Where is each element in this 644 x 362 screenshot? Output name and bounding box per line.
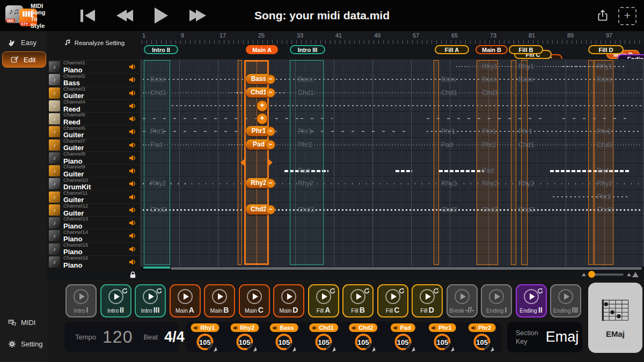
speaker-icon[interactable] (128, 102, 136, 110)
timeline-section-fill-b[interactable]: Fill B (509, 45, 543, 54)
timeline-section-main-a[interactable]: Main A (246, 45, 278, 54)
beat-value[interactable]: 4/4 (164, 329, 185, 345)
section-button-fill-c[interactable]: FillC (377, 284, 408, 317)
speaker-icon[interactable] (128, 89, 136, 97)
channel-row-channel8[interactable]: ♪ Channel8 Piano (47, 151, 141, 164)
track-mute-pill-rhy2[interactable]: Rhy2 (230, 323, 259, 332)
scrollbar-thumb[interactable] (171, 267, 642, 270)
channel-row-channel3[interactable]: ♪ Channel3 Guiter (47, 86, 141, 99)
section-button-intro-ii[interactable]: IntroII (100, 284, 131, 317)
accent-region[interactable] (594, 60, 613, 265)
zoom-slider-knob[interactable] (588, 271, 595, 278)
speaker-icon[interactable] (128, 193, 136, 201)
remove-part-icon[interactable]: − (266, 75, 275, 84)
volume-knob-rhy2[interactable]: 105 (236, 334, 253, 350)
channel-row-channel12[interactable]: ♪ Channel12 Guiter (47, 203, 141, 216)
channel-row-channel10[interactable]: ♪ Channel10 DrumKit (47, 177, 141, 190)
accent-region[interactable] (511, 60, 516, 265)
part-pill-phr1[interactable]: Phr1 − (246, 126, 272, 136)
track-mute-pill-chd1[interactable]: Chd1 (309, 323, 338, 332)
speaker-icon[interactable] (128, 219, 136, 227)
zoom-in-icon[interactable] (632, 272, 639, 277)
channel-row-channel1[interactable]: ♪ Channel1 Piano (47, 60, 141, 73)
zoom-out-icon[interactable] (582, 273, 586, 276)
channel-row-channel2[interactable]: ♪ Channel2 Bass (47, 73, 141, 86)
section-button-main-b[interactable]: MainB (204, 284, 235, 317)
section-key-card[interactable]: Section Key Emaj (507, 322, 582, 352)
timeline-section-intro-iii[interactable]: Intro III (290, 45, 325, 54)
channel-row-channel9[interactable]: ♪ Channel9 Guiter (47, 164, 141, 177)
volume-knob-phr2[interactable]: 105 (474, 334, 491, 350)
tempo-value[interactable]: 120 (103, 327, 133, 347)
channel-row-channel6[interactable]: ♪ Channel6 Guiter (47, 125, 141, 138)
remove-part-icon[interactable]: − (266, 179, 275, 188)
accent-region[interactable] (521, 60, 528, 265)
remove-part-icon[interactable]: − (266, 88, 275, 98)
section-button-fill-a[interactable]: FillA (308, 284, 339, 317)
add-part-button[interactable]: + (257, 113, 268, 124)
track-mute-pill-chd2[interactable]: Chd2 (349, 323, 378, 332)
accent-region[interactable] (434, 60, 439, 265)
part-pill-pad[interactable]: Pad − (246, 139, 272, 150)
selection-right-handle[interactable] (268, 159, 273, 166)
skip-to-start-button[interactable] (80, 10, 95, 22)
section-button-main-a[interactable]: MainA (170, 284, 201, 317)
track-mute-pill-phr1[interactable]: Phr1 (429, 323, 456, 332)
section-button-break[interactable]: Break-//- (447, 284, 478, 317)
volume-knob-bass[interactable]: 105 (276, 334, 292, 350)
sidebar-item-edit[interactable]: Edit (2, 51, 46, 68)
speaker-icon[interactable] (128, 232, 136, 240)
section-button-ending-i[interactable]: EndingI (481, 284, 512, 317)
horizontal-scrollbar[interactable] (141, 267, 644, 270)
zoom-in-small-icon[interactable] (627, 273, 631, 276)
section-button-main-d[interactable]: MainD (273, 284, 304, 317)
timeline-section-ending-ii[interactable]: Ending II (617, 54, 644, 59)
channel-row-channel7[interactable]: ♪ Channel7 Guiter (47, 138, 141, 151)
remove-part-icon[interactable]: − (266, 205, 275, 215)
track-mute-pill-pad[interactable]: Pad (391, 323, 415, 332)
volume-knob-chd2[interactable]: 105 (355, 334, 371, 350)
play-button[interactable] (155, 8, 168, 24)
sidebar-item-easy[interactable]: Easy (0, 34, 47, 50)
speaker-icon[interactable] (128, 245, 136, 253)
track-mute-pill-rhy1[interactable]: Rhy1 (191, 323, 219, 332)
volume-knob-pad[interactable]: 105 (394, 334, 411, 350)
channel-row-channel5[interactable]: ♪ Channel5 Reed (47, 112, 141, 125)
channel-row-channel14[interactable]: ♪ Channel14 Piano (47, 229, 141, 242)
accent-region[interactable] (588, 60, 594, 265)
sidebar-item-setting[interactable]: Setting (0, 336, 47, 352)
section-button-intro-iii[interactable]: IntroIII (135, 284, 166, 317)
timeline-section-fill-d[interactable]: Fill D (588, 45, 624, 54)
speaker-icon[interactable] (128, 180, 136, 188)
track-mute-pill-phr2[interactable]: Phr2 (469, 323, 495, 332)
arrangement-grid[interactable]: BassChd1Phr1PadRhy2Chd2BassChd1Phr1Phr2P… (141, 59, 644, 267)
zoom-slider[interactable] (589, 274, 624, 276)
volume-knob-phr1[interactable]: 105 (434, 334, 451, 350)
speaker-icon[interactable] (128, 128, 136, 136)
speaker-icon[interactable] (128, 258, 136, 266)
channel-row-channel16[interactable]: ♪ Channel16 Piano (47, 255, 141, 268)
speaker-icon[interactable] (128, 141, 136, 149)
timeline-section-intro-ii[interactable]: Intro II (144, 45, 178, 54)
timeline-section-main-b[interactable]: Main B (475, 45, 508, 54)
speaker-icon[interactable] (128, 76, 136, 84)
add-button[interactable]: + (618, 7, 636, 25)
section-button-main-c[interactable]: MainC (239, 284, 270, 317)
section-button-ending-ii[interactable]: EndingII (516, 284, 547, 317)
remove-part-icon[interactable]: − (266, 127, 275, 136)
sidebar-item-midi[interactable]: MIDI (0, 314, 47, 330)
section-button-fill-d[interactable]: FillD (412, 284, 443, 317)
add-part-button[interactable]: + (257, 100, 268, 112)
part-pill-bass[interactable]: Bass − (246, 74, 272, 84)
remove-part-icon[interactable]: − (266, 140, 275, 150)
fast-forward-button[interactable] (189, 10, 206, 21)
section-button-fill-b[interactable]: FillB (342, 284, 374, 317)
section-button-ending-iii[interactable]: EndingIII (550, 284, 581, 317)
rewind-button[interactable] (116, 10, 133, 21)
speaker-icon[interactable] (128, 154, 136, 162)
channel-row-channel13[interactable]: ♪ Channel13 Piano (47, 216, 141, 229)
lock-icon[interactable] (129, 271, 137, 279)
volume-knob-chd1[interactable]: 105 (316, 334, 332, 350)
chord-card[interactable]: EMaj (588, 283, 642, 353)
speaker-icon[interactable] (128, 63, 136, 71)
